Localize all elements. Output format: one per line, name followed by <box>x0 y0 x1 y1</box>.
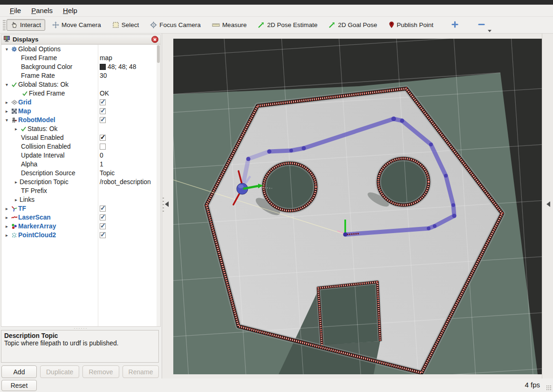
tool-focus-camera[interactable]: Focus Camera <box>146 19 205 31</box>
expander-icon[interactable] <box>3 213 10 222</box>
plus-icon <box>451 21 458 29</box>
zoom-in-button[interactable] <box>449 19 461 31</box>
tool-publish-point[interactable]: Publish Point <box>384 19 438 31</box>
description-source-value[interactable]: Topic <box>100 170 115 177</box>
measure-icon <box>212 22 220 28</box>
tree-row-tf[interactable]: TF <box>1 204 160 213</box>
tool-2d-goal-pose[interactable]: 2D Goal Pose <box>324 19 381 31</box>
description-topic-value[interactable]: /robot_description <box>100 179 151 186</box>
tf-checkbox[interactable] <box>100 206 106 212</box>
tree-row-laserscan[interactable]: LaserScan <box>1 213 160 222</box>
tool-label: Measure <box>222 21 247 28</box>
tree-row-tf-prefix[interactable]: TF Prefix <box>1 186 160 195</box>
tree-row-frame-rate[interactable]: Frame Rate 30 <box>1 71 160 80</box>
check-ok-icon <box>10 82 18 88</box>
tool-label: Move Camera <box>61 21 101 28</box>
fixed-frame-value[interactable]: map <box>100 55 112 62</box>
reset-button[interactable]: Reset <box>1 380 37 391</box>
focus-camera-icon <box>150 21 157 28</box>
expander-icon[interactable] <box>3 98 10 107</box>
tree-row-robot-status[interactable]: Status: Ok <box>1 124 160 133</box>
tree-row-robotmodel[interactable]: RobotModel <box>1 116 160 124</box>
tool-label: Select <box>122 21 139 28</box>
tree-row-links[interactable]: Links <box>1 195 160 204</box>
tree-row-global-status[interactable]: Global Status: Ok <box>1 80 160 89</box>
tree-row-update-interval[interactable]: Update Interval 0 <box>1 151 160 160</box>
zoom-out-button[interactable] <box>475 19 488 31</box>
3d-viewport[interactable] <box>173 39 542 374</box>
window-resize-grip[interactable] <box>546 385 552 391</box>
tree-row-description-source[interactable]: Description Source Topic <box>1 169 160 178</box>
tree-row-fixed-frame-status[interactable]: Fixed Frame OK <box>1 89 160 98</box>
expander-icon[interactable] <box>13 195 20 204</box>
pointcloud2-checkbox[interactable] <box>100 232 106 238</box>
tree-row-markerarray[interactable]: MarkerArray <box>1 222 160 231</box>
alpha-value[interactable]: 1 <box>100 161 103 168</box>
hand-icon <box>11 21 18 28</box>
tree-row-grid[interactable]: Grid <box>1 98 160 107</box>
tool-label: Interact <box>20 21 41 28</box>
rename-button[interactable]: Rename <box>123 365 159 378</box>
tool-measure[interactable]: Measure <box>208 19 251 31</box>
mouth-obstacle <box>318 282 380 345</box>
color-swatch[interactable] <box>100 64 106 70</box>
menu-file[interactable]: File <box>5 6 26 15</box>
close-icon[interactable] <box>151 36 158 43</box>
tree-row-global-options[interactable]: Global Options <box>1 45 160 54</box>
expander-icon[interactable] <box>3 222 10 231</box>
expander-icon[interactable] <box>3 231 10 240</box>
tree-row-visual-enabled[interactable]: Visual Enabled <box>1 133 160 142</box>
background-color-value[interactable]: 48; 48; 48 <box>108 63 136 70</box>
fps-counter: 4 fps <box>525 381 540 389</box>
help-body: Topic where filepath to urdf is publishe… <box>4 340 156 347</box>
right-panel-splitter[interactable] <box>542 34 553 378</box>
tree-row-background-color[interactable]: Background Color 48; 48; 48 <box>1 62 160 71</box>
tree-row-fixed-frame[interactable]: Fixed Frame map <box>1 54 160 62</box>
expander-icon[interactable] <box>3 80 10 89</box>
left-panel-splitter[interactable] <box>162 34 173 378</box>
tree-scrollbar[interactable] <box>157 45 160 326</box>
dropdown-caret-icon[interactable] <box>488 30 492 32</box>
grid-checkbox[interactable] <box>100 99 106 105</box>
expander-icon[interactable] <box>3 204 10 213</box>
expander-icon[interactable] <box>3 116 10 124</box>
tool-select[interactable]: Select <box>108 19 143 31</box>
robotmodel-checkbox[interactable] <box>100 117 106 123</box>
tree-row-pointcloud2[interactable]: PointCloud2 <box>1 231 160 240</box>
tool-move-camera[interactable]: Move Camera <box>48 19 105 31</box>
update-interval-value[interactable]: 0 <box>100 152 103 159</box>
collision-enabled-checkbox[interactable] <box>100 144 106 150</box>
menu-panels[interactable]: Panels <box>26 6 58 15</box>
displays-icon <box>3 35 10 43</box>
displays-panel: Displays Global Options Fixed Frame map … <box>0 34 162 378</box>
toolbar-grip[interactable] <box>3 20 6 30</box>
collapse-left-arrow-icon[interactable] <box>165 201 169 207</box>
green-arrow-icon <box>258 21 265 28</box>
tree-row-description-topic[interactable]: Description Topic /robot_description <box>1 178 160 186</box>
menu-help[interactable]: Help <box>58 6 82 15</box>
map-checkbox[interactable] <box>100 108 106 114</box>
expander-icon[interactable] <box>13 124 20 133</box>
tree-row-alpha[interactable]: Alpha 1 <box>1 160 160 169</box>
markerarray-checkbox[interactable] <box>100 223 106 229</box>
collapse-right-arrow-icon[interactable] <box>546 201 550 207</box>
laserscan-checkbox[interactable] <box>100 214 106 220</box>
tool-2d-pose-estimate[interactable]: 2D Pose Estimate <box>253 19 321 31</box>
toolbar: Interact Move Camera Select Focus Camera… <box>0 17 553 34</box>
expander-icon[interactable] <box>3 45 10 54</box>
panel-splitter[interactable] <box>1 327 161 330</box>
expander-icon[interactable] <box>13 178 20 186</box>
tree-row-map[interactable]: Map <box>1 107 160 116</box>
frame-rate-value[interactable]: 30 <box>100 72 107 79</box>
map-display-icon <box>10 108 18 114</box>
tool-interact[interactable]: Interact <box>7 19 45 31</box>
tool-label: Publish Point <box>397 21 434 28</box>
tool-label: 2D Pose Estimate <box>267 21 317 28</box>
duplicate-button[interactable]: Duplicate <box>40 365 79 378</box>
add-button[interactable]: Add <box>1 365 37 378</box>
visual-enabled-checkbox[interactable] <box>100 135 106 141</box>
expander-icon[interactable] <box>3 107 10 116</box>
tree-row-collision-enabled[interactable]: Collision Enabled <box>1 142 160 151</box>
remove-button[interactable]: Remove <box>82 365 119 378</box>
panel-title: Displays <box>13 36 151 43</box>
